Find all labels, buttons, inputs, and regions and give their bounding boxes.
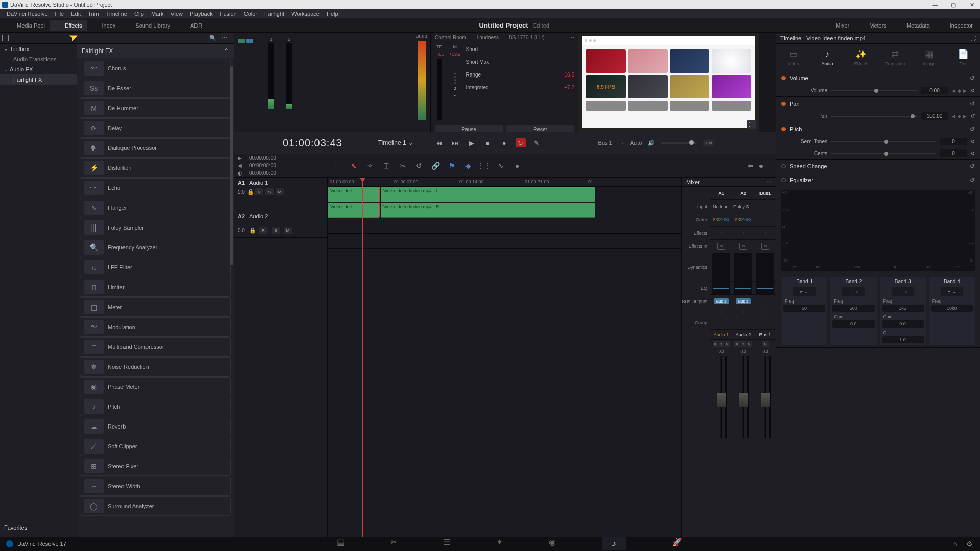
blade-tool[interactable]: ✂ [398,161,407,170]
monitor-volume-slider[interactable] [661,142,697,144]
next-button[interactable]: ⏭ [450,138,460,148]
fx-meter[interactable]: ◫Meter [80,297,231,317]
loudness-options-icon[interactable]: ⋯ [569,35,574,40]
inspector-tab-video[interactable]: ▭Video [776,44,811,71]
reset-icon[interactable]: ↺ [970,74,975,82]
mute-button[interactable]: M [276,188,284,195]
playhead[interactable] [362,178,363,537]
link-tool[interactable]: 🔗 [431,161,440,170]
eq-graph[interactable] [734,282,752,295]
reset-icon[interactable]: ↺ [971,139,975,144]
freq-value[interactable]: 50 [783,305,825,312]
fx-echo[interactable]: 〰Echo [80,178,231,197]
expand-icon[interactable]: ⛶ [970,35,976,41]
fx-category-header[interactable]: Fairlight FX⌃ [77,44,234,58]
prev-button[interactable]: ⏮ [434,138,444,148]
timeline-selector[interactable]: Timeline 1⌄ [378,139,413,146]
marker-tool[interactable]: ◆ [463,161,473,170]
track-a2[interactable] [328,218,681,234]
speed-section[interactable]: Speed Change↺ [776,160,980,173]
waveform-tool[interactable]: ∿ [496,161,505,170]
fairlight-page[interactable]: ♪ [602,537,626,550]
loudness-standard[interactable]: BS.1770-1 (LU) [509,35,544,40]
fx-flanger[interactable]: ∿Flanger [80,198,231,217]
reset-icon[interactable]: ↺ [971,113,975,119]
fx-foley-sampler[interactable]: |||Foley Sampler [80,218,231,237]
inspector-tab-file[interactable]: 📄File [946,44,981,71]
fader[interactable] [715,356,728,438]
clip-a1-3[interactable]: Video Idee... [328,203,380,218]
lock-icon[interactable]: 🔒 [249,227,255,234]
cents-slider[interactable] [831,153,936,154]
fx-soft-clipper[interactable]: ／Soft Clipper [80,437,231,456]
menu-edit[interactable]: Edit [67,10,84,18]
automation-icon[interactable]: ✎ [532,138,542,148]
tool-inspector[interactable]: Inspector [935,20,978,31]
fx-modulation[interactable]: 〜Modulation [80,317,231,337]
clip-a1-1[interactable]: Video Idee... [328,187,380,202]
range-tool[interactable]: ✧ [365,161,375,170]
menu-mark[interactable]: Mark [148,10,167,18]
fx-de-esser[interactable]: SsDe-Esser [80,79,231,98]
freq-value[interactable]: 500 [832,305,874,312]
menu-timeline[interactable]: Timeline [103,10,131,18]
fx-distortion[interactable]: ⚡Distortion [80,158,231,178]
inspector-tab-audio[interactable]: ♪Audio [811,44,845,71]
kf-add-icon[interactable]: ◆ [958,88,961,93]
edit-page[interactable]: ☰ [443,537,450,550]
tool-media-pool[interactable]: Media Pool [2,20,50,31]
mixer-options-icon[interactable]: ⋯ [766,179,772,185]
record-button[interactable]: ● [499,138,509,148]
freq-value[interactable]: 10k0 [931,305,973,312]
bus-label[interactable]: Bus 1 [598,140,612,146]
kf-next-icon[interactable]: ▶ [963,88,967,93]
tl-grid-icon[interactable]: ▦ [333,161,342,170]
volume-value[interactable]: 0.00 [921,87,948,94]
sidebar-fairlight-fx[interactable]: Fairlight FX [0,74,77,85]
add-effect[interactable]: + [732,227,754,240]
search-icon[interactable]: 🔍 [209,35,216,42]
tool-mixer[interactable]: Mixer [821,20,854,31]
band-shape-selector[interactable]: ¬ ⌄ [941,287,963,296]
lock-icon[interactable]: 🔒 [247,189,253,195]
pan-slider[interactable] [831,116,917,117]
inspector-tab-effects[interactable]: ✨Effects [844,44,878,71]
toolbox-section[interactable]: ⌄Toolbox [0,44,77,54]
loop-button[interactable]: ↻ [516,138,526,148]
options-icon[interactable]: ⋯ [222,35,229,42]
main-timecode[interactable]: 01:00:03:43 [283,137,342,149]
settings-icon[interactable]: ⚙ [966,540,973,548]
volume-slider[interactable] [831,90,917,91]
timeline-ruler[interactable]: 01:00:00:00 01:00:07:00 01:00:14:00 01:0… [328,178,681,187]
gain-value[interactable]: 0.0 [882,320,924,328]
zoom-slider-icon[interactable]: ●── [762,161,771,170]
eq-graph[interactable]: +24 +12 0 -12 -24 +24 +12 -12 -24 Hz 62 … [781,190,975,271]
fader[interactable] [737,356,750,438]
favorites-label[interactable]: Favorites [4,524,27,531]
fx-phase-meter[interactable]: ◉Phase Meter [80,377,231,396]
menu-view[interactable]: View [167,10,186,18]
dynamics-graph[interactable] [756,253,774,282]
dynamics-graph[interactable] [712,253,730,282]
more-tool[interactable]: ● [512,161,522,170]
semitones-slider[interactable] [831,141,936,142]
arm-button[interactable]: R [255,188,263,195]
menu-color[interactable]: Color [240,10,261,18]
home-icon[interactable]: ⌂ [953,540,957,548]
trim-tool[interactable]: ↺ [414,161,424,170]
fx-limiter[interactable]: ⊓Limiter [80,278,231,297]
band-shape-selector[interactable]: ⌐ ⌄ [793,287,816,296]
kf-prev-icon[interactable]: ◀ [952,88,955,93]
reset-icon[interactable]: ↺ [970,100,975,107]
dynamics-graph[interactable] [734,253,752,282]
auto-label[interactable]: Auto [630,140,642,146]
tool-adr[interactable]: ADR [176,20,207,31]
fusion-page[interactable]: ✦ [496,537,503,550]
clip-a1-2[interactable]: Video Ideen finden.mp4 - L [381,187,595,202]
track-head-a2[interactable]: A2Audio 2 [234,209,327,223]
reset-icon[interactable]: ↺ [971,151,975,156]
fx-delay[interactable]: ⟳Delay [80,118,231,138]
tool-meters[interactable]: Meters [854,20,892,31]
menu-workspace[interactable]: Workspace [288,10,323,18]
inspector-tab-transition[interactable]: ⇄Transition [878,44,913,71]
